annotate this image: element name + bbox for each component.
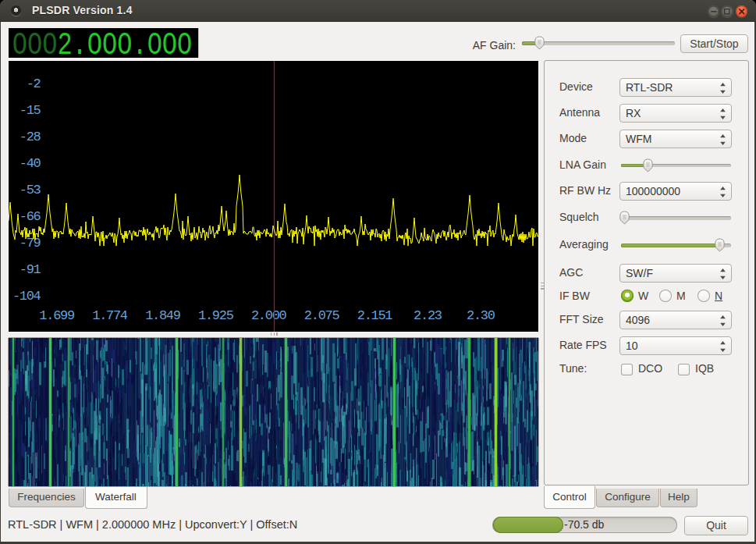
svg-text:1.774: 1.774 — [92, 308, 128, 323]
svg-text:-104: -104 — [12, 289, 41, 304]
svg-text:-53: -53 — [20, 183, 41, 197]
svg-text:-79: -79 — [20, 236, 41, 251]
svg-text:1.849: 1.849 — [145, 308, 181, 323]
svg-text:-66: -66 — [20, 209, 41, 224]
svg-text:2.000: 2.000 — [251, 308, 287, 323]
svg-text:-40: -40 — [20, 156, 41, 171]
svg-text:-91: -91 — [20, 262, 41, 277]
svg-text:2.30: 2.30 — [467, 308, 495, 323]
svg-text:1.699: 1.699 — [39, 308, 75, 323]
svg-text:2.23: 2.23 — [413, 308, 442, 323]
svg-text:-15: -15 — [20, 103, 41, 118]
svg-text:2.075: 2.075 — [304, 308, 340, 323]
svg-text:1.925: 1.925 — [198, 308, 234, 323]
svg-text:-2: -2 — [27, 76, 41, 91]
svg-text:2.151: 2.151 — [357, 308, 393, 323]
svg-text:-28: -28 — [20, 130, 41, 144]
